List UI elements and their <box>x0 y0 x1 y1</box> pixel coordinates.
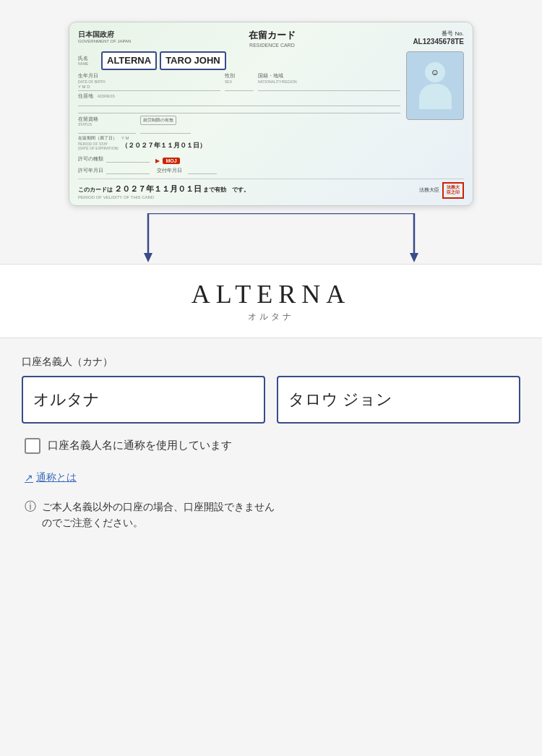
moj-badge: MOJ <box>163 158 179 164</box>
field-title: 口座名義人（カナ） <box>22 356 520 369</box>
card-title: 在留カード RESIDENCE CARD <box>249 30 296 48</box>
logo-text: ALTERNA <box>192 279 351 309</box>
notice-text: ご本人名義以外の口座の場合、口座開設できません のでご注意ください。 <box>42 499 275 531</box>
alias-link-text: 通称とは <box>36 471 77 484</box>
card-first-name: ALTERNA <box>101 51 157 70</box>
card-permission-date: 許可年月日 交付年月日 <box>78 167 400 174</box>
card-section: 日本国政府 GOVERNMENT OF JAPAN 在留カード RESIDENC… <box>0 0 542 213</box>
notice-icon: ⓘ <box>25 499 36 515</box>
minister-seal: 法務大臣 法務大 臣之印 <box>419 182 464 199</box>
card-footer: このカードは ２０２７年１１月０１日 まで有効 です。 PERIOD OF VE… <box>78 179 464 199</box>
card-address: 住居地 ADDRESS <box>78 93 400 113</box>
logo-sub: オルタナ <box>248 311 294 323</box>
card-header: 日本国政府 GOVERNMENT OF JAPAN 在留カード RESIDENC… <box>78 30 464 48</box>
card-body: 氏名 NAME ALTERNA TARO JOHN 生年月日 DATE OF B… <box>78 51 464 176</box>
card-government: 日本国政府 GOVERNMENT OF JAPAN <box>78 30 131 45</box>
arrows-section <box>69 213 473 264</box>
validity-text: このカードは ２０２７年１１月０１日 まで有効 です。 PERIOD OF VE… <box>78 181 249 199</box>
card-photo: ☺ <box>406 51 464 120</box>
external-link-icon: ↗ <box>25 472 33 484</box>
card-stay-period: 在留期間（満了日） PERIOD OF STAY (DATE OF EXPIRA… <box>78 136 400 150</box>
card-left: 氏名 NAME ALTERNA TARO JOHN 生年月日 DATE OF B… <box>78 51 400 176</box>
card-status: 在留資格 STATUS 就労制限の有無 <box>78 116 400 134</box>
card-sex: 性別 SEX <box>225 73 254 90</box>
card-permission-type: 許可の種類 ▶ MOJ <box>78 153 400 166</box>
name-inputs: オルタナ タロウ ジョン <box>22 376 520 424</box>
seal: 法務大 臣之印 <box>442 182 464 199</box>
name-label: 氏名 NAME <box>78 56 98 66</box>
first-name-input[interactable]: オルタナ <box>22 376 265 424</box>
form-section: 口座名義人（カナ） オルタナ タロウ ジョン 口座名義人名に通称を使用しています… <box>0 338 542 549</box>
checkbox-label: 口座名義人名に通称を使用しています <box>48 439 232 452</box>
moj-arrow: ▶ <box>155 158 160 164</box>
notice-row: ⓘ ご本人名義以外の口座の場合、口座開設できません のでご注意ください。 <box>22 499 520 531</box>
checkbox-row: 口座名義人名に通称を使用しています <box>22 438 520 454</box>
id-card: 日本国政府 GOVERNMENT OF JAPAN 在留カード RESIDENC… <box>69 22 473 206</box>
card-dob-row: 生年月日 DATE OF BIRTH Y M D 性別 SEX <box>78 73 400 90</box>
photo-body <box>419 84 452 109</box>
alias-checkbox[interactable] <box>25 438 40 454</box>
card-name-row: 氏名 NAME ALTERNA TARO JOHN <box>78 51 400 70</box>
card-nationality: 国籍・地域 NATIONALITY/REGION <box>258 73 400 90</box>
card-last-name: TARO JOHN <box>160 51 226 70</box>
logo-section: ALTERNA オルタナ <box>0 264 542 338</box>
svg-marker-4 <box>410 253 418 262</box>
photo-face: ☺ <box>425 62 445 82</box>
alias-link[interactable]: ↗ 通称とは <box>25 471 517 484</box>
employment-badge: 就労制限の有無 <box>140 116 176 125</box>
last-name-input[interactable]: タロウ ジョン <box>277 376 520 424</box>
svg-marker-3 <box>144 253 152 262</box>
card-dob: 生年月日 DATE OF BIRTH Y M D <box>78 73 220 90</box>
card-number: 番号 No. AL12345678TE <box>413 30 464 46</box>
link-row: ↗ 通称とは <box>22 471 520 484</box>
